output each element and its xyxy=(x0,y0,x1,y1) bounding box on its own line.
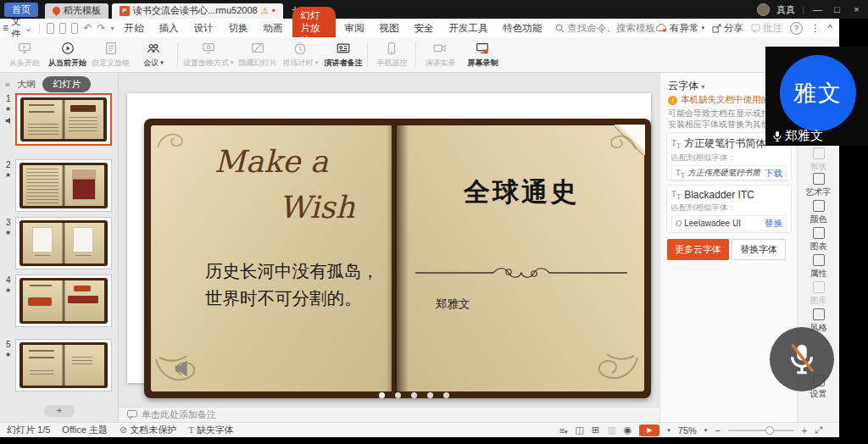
slideshow-play-button[interactable]: ▶ xyxy=(639,425,659,436)
menu-tab-view[interactable]: 视图 xyxy=(372,22,407,35)
presenter-notes-button[interactable]: 演讲者备注 xyxy=(321,38,364,72)
maximize-button[interactable]: □ xyxy=(831,4,843,14)
save-icon[interactable] xyxy=(47,23,53,34)
zoom-slider-knob[interactable] xyxy=(765,426,774,435)
menu-tab-security[interactable]: 安全 xyxy=(407,22,442,35)
redo-icon[interactable]: ↷ xyxy=(97,22,106,34)
thumb-page xyxy=(23,223,64,264)
menu-tab-special-features[interactable]: 特色功能 xyxy=(496,22,550,35)
fit-slide-button[interactable]: ⤢ xyxy=(815,425,822,436)
conference-video-tile[interactable]: 雅文 郑雅文 xyxy=(765,47,868,146)
menu-tab-home[interactable]: 开始 xyxy=(117,22,152,35)
user-avatar[interactable] xyxy=(757,3,770,16)
undo-icon[interactable]: ↶ xyxy=(83,22,92,34)
slide-canvas[interactable]: Make a Wish 历史长河中没有孤岛， 世界时不可分割的。 全球通史 xyxy=(119,73,659,407)
menu-tab-design[interactable]: 设计 xyxy=(186,22,221,35)
replace-font-button[interactable]: 替换字体 xyxy=(732,239,786,260)
tab-home[interactable]: 首页 xyxy=(4,3,38,17)
menu-tab-animation[interactable]: 动画 xyxy=(256,22,291,35)
color-tool[interactable]: 颜色 xyxy=(798,200,839,225)
chart-tool[interactable]: 图表 xyxy=(798,227,839,253)
print-preview-icon[interactable] xyxy=(71,23,78,34)
tab-slides-active[interactable]: 幻灯片 xyxy=(42,76,91,92)
pager-dot[interactable] xyxy=(427,392,433,398)
shapes-tool[interactable]: 形状 xyxy=(798,147,839,173)
minimize-button[interactable]: — xyxy=(811,4,824,14)
missing-font-status[interactable]: Ƭ 缺失字体 xyxy=(188,424,233,436)
speaker-icon[interactable] xyxy=(173,358,195,380)
slide-thumbnail-3[interactable] xyxy=(15,217,112,269)
more-menu-button[interactable]: ⋮ xyxy=(810,22,821,34)
wordart-tool[interactable]: 艺术字 xyxy=(798,173,839,198)
document-protection[interactable]: ⊘ 文档未保护 xyxy=(120,424,176,436)
slide-thumbnail-2[interactable] xyxy=(15,159,112,212)
set-show-mode-button[interactable]: 设置放映方式 ▾ xyxy=(181,38,236,72)
cast-button[interactable]: ◉ xyxy=(624,425,632,436)
slide-script-title-line1[interactable]: Make a xyxy=(178,144,364,179)
menu-tab-review[interactable]: 审阅 xyxy=(337,22,372,35)
toolbar-caret-icon[interactable]: ▾ xyxy=(111,25,114,32)
theme-name[interactable]: Office 主题 xyxy=(62,424,108,436)
menu-tab-transition[interactable]: 切换 xyxy=(221,22,256,35)
download-link[interactable]: 下载 xyxy=(765,168,782,180)
titlebar-divider: | xyxy=(802,4,804,14)
share-button[interactable]: 分享 xyxy=(712,22,743,35)
thumb-art xyxy=(30,285,52,291)
cloud-sync-status[interactable]: 有异常 ▾ xyxy=(655,22,704,35)
notes-toggle-button[interactable]: ≡▾ xyxy=(559,425,568,436)
matched-font-name: 方正伟亮硬笔行书简 xyxy=(687,168,760,179)
close-button[interactable]: × xyxy=(850,4,863,14)
panel-title[interactable]: 云字体 ▾ xyxy=(668,79,704,93)
play-options-caret-icon[interactable]: ▾ xyxy=(667,427,670,434)
tab-document-active[interactable]: P 读书交流会读书心...rmu52008 ⚠ • xyxy=(112,3,283,19)
slide-author-name[interactable]: 郑雅文 xyxy=(436,297,470,312)
collapse-ribbon-button[interactable]: ^ xyxy=(828,23,832,33)
rehearse-timing-button[interactable]: 排练计时 ▾ xyxy=(279,38,321,72)
add-slide-button[interactable]: + xyxy=(44,405,75,417)
tab-docer-templates[interactable]: 稻壳模板 xyxy=(45,3,108,19)
more-cloud-fonts-button[interactable]: 更多云字体 xyxy=(667,239,729,260)
zoom-caret-icon[interactable]: ▾ xyxy=(704,427,708,434)
thumb-book-art xyxy=(20,97,107,142)
custom-show-button[interactable]: 自定义放映 xyxy=(89,38,132,72)
hide-slide-button[interactable]: 隐藏幻灯片 xyxy=(236,38,279,72)
help-button[interactable]: ? xyxy=(790,22,803,35)
notes-bar[interactable]: 单击此处添加备注 xyxy=(119,407,659,422)
print-icon[interactable] xyxy=(59,23,66,34)
screen-record-button[interactable]: 屏幕录制 xyxy=(461,38,504,72)
lecture-record-button[interactable]: 演讲实录 xyxy=(419,38,461,72)
current-slide[interactable]: Make a Wish 历史长河中没有孤岛， 世界时不可分割的。 全球通史 xyxy=(127,93,651,383)
replace-link[interactable]: 替换 xyxy=(765,218,782,230)
pager-dot[interactable] xyxy=(395,392,401,398)
slide-sorter-button[interactable]: ⊞ xyxy=(592,425,599,436)
phone-remote-button[interactable]: 手机遥控 xyxy=(370,38,413,72)
zoom-out-button[interactable]: − xyxy=(715,425,720,436)
normal-view-button[interactable]: ◫ xyxy=(576,425,584,436)
comment-button[interactable]: 批注 xyxy=(751,22,782,35)
zoom-slider[interactable] xyxy=(728,430,794,431)
slide-body-text[interactable]: 历史长河中没有孤岛， 世界时不可分割的。 xyxy=(205,258,379,312)
from-beginning-button[interactable]: 从头开始 xyxy=(3,38,46,72)
slide-book-title[interactable]: 全球通史 xyxy=(424,175,619,210)
slide-thumbnail-5[interactable] xyxy=(15,339,112,391)
reading-view-button[interactable]: ▥ xyxy=(607,425,615,436)
slide-thumbnail-1-selected[interactable] xyxy=(15,93,112,146)
tab-outline[interactable]: 大纲 xyxy=(17,78,36,91)
menu-tab-insert[interactable]: 插入 xyxy=(152,22,186,35)
command-search[interactable]: 查找命令、搜索模板 xyxy=(555,22,656,35)
mic-muted-icon xyxy=(787,342,817,376)
zoom-in-button[interactable]: + xyxy=(802,425,807,436)
from-current-button[interactable]: 从当前开始 xyxy=(46,38,89,72)
collapse-panel-button[interactable]: « xyxy=(5,79,10,89)
pager-dot-active[interactable] xyxy=(379,392,385,398)
gallery-tool[interactable]: 图库 xyxy=(798,281,839,307)
pager-dot[interactable] xyxy=(411,392,417,398)
meeting-button[interactable]: 会议 ▾ xyxy=(132,38,175,72)
menu-tab-devtools[interactable]: 开发工具 xyxy=(442,22,496,35)
slide-script-title-line2[interactable]: Wish xyxy=(224,190,410,225)
pager-dot[interactable] xyxy=(443,392,449,398)
zoom-level[interactable]: 75% xyxy=(678,425,697,436)
slide-thumbnail-4[interactable] xyxy=(15,275,112,327)
properties-tool[interactable]: 属性 xyxy=(798,254,839,280)
microphone-muted-button[interactable] xyxy=(770,327,834,391)
